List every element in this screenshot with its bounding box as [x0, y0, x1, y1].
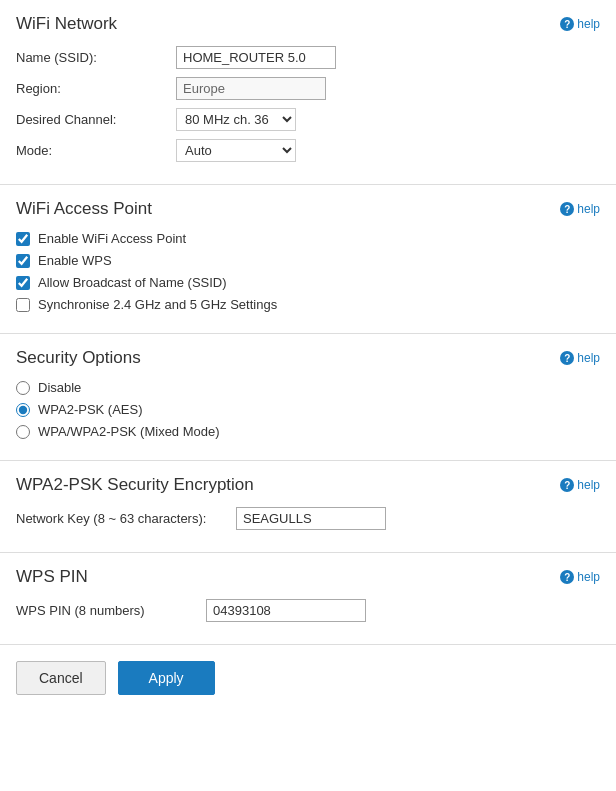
wifi-network-title: WiFi Network: [16, 14, 117, 34]
allow-broadcast-row: Allow Broadcast of Name (SSID): [16, 275, 600, 290]
wifi-access-point-section: WiFi Access Point ? help Enable WiFi Acc…: [0, 185, 616, 334]
wifi-access-point-help[interactable]: ? help: [560, 202, 600, 216]
security-options-section: Security Options ? help Disable WPA2-PSK…: [0, 334, 616, 461]
footer: Cancel Apply: [0, 645, 616, 711]
wpa2-label: WPA2-PSK (AES): [38, 402, 143, 417]
region-input[interactable]: [176, 77, 326, 100]
allow-broadcast-label: Allow Broadcast of Name (SSID): [38, 275, 227, 290]
help-icon-wps: ?: [560, 570, 574, 584]
channel-row: Desired Channel: 80 MHz ch. 36 40 MHz ch…: [16, 108, 600, 131]
channel-select[interactable]: 80 MHz ch. 36 40 MHz ch. 36 20 MHz ch. 3…: [176, 108, 296, 131]
cancel-button[interactable]: Cancel: [16, 661, 106, 695]
channel-label: Desired Channel:: [16, 112, 176, 127]
wps-pin-title: WPS PIN: [16, 567, 88, 587]
apply-button[interactable]: Apply: [118, 661, 215, 695]
enable-wps-row: Enable WPS: [16, 253, 600, 268]
help-icon-wpa2: ?: [560, 478, 574, 492]
mixed-mode-radio[interactable]: [16, 425, 30, 439]
mode-label: Mode:: [16, 143, 176, 158]
help-icon-ap: ?: [560, 202, 574, 216]
synchronise-row: Synchronise 2.4 GHz and 5 GHz Settings: [16, 297, 600, 312]
wps-pin-input[interactable]: [206, 599, 366, 622]
network-key-input[interactable]: [236, 507, 386, 530]
wps-pin-label: WPS PIN (8 numbers): [16, 603, 206, 618]
mode-select[interactable]: Auto b/g n: [176, 139, 296, 162]
name-row: Name (SSID):: [16, 46, 600, 69]
wifi-network-section: WiFi Network ? help Name (SSID): Region:…: [0, 0, 616, 185]
help-icon-sec: ?: [560, 351, 574, 365]
synchronise-checkbox[interactable]: [16, 298, 30, 312]
enable-wifi-ap-checkbox[interactable]: [16, 232, 30, 246]
help-icon: ?: [560, 17, 574, 31]
enable-wps-checkbox[interactable]: [16, 254, 30, 268]
name-label: Name (SSID):: [16, 50, 176, 65]
wpa2-security-title: WPA2-PSK Security Encryption: [16, 475, 254, 495]
wps-pin-help[interactable]: ? help: [560, 570, 600, 584]
region-row: Region:: [16, 77, 600, 100]
wpa2-radio[interactable]: [16, 403, 30, 417]
disable-label: Disable: [38, 380, 81, 395]
mixed-mode-label: WPA/WPA2-PSK (Mixed Mode): [38, 424, 220, 439]
ssid-input[interactable]: [176, 46, 336, 69]
enable-wifi-ap-label: Enable WiFi Access Point: [38, 231, 186, 246]
wps-pin-section: WPS PIN ? help WPS PIN (8 numbers): [0, 553, 616, 645]
disable-radio[interactable]: [16, 381, 30, 395]
enable-wps-label: Enable WPS: [38, 253, 112, 268]
security-options-title: Security Options: [16, 348, 141, 368]
mode-row: Mode: Auto b/g n: [16, 139, 600, 162]
mixed-mode-radio-row: WPA/WPA2-PSK (Mixed Mode): [16, 424, 600, 439]
wpa2-radio-row: WPA2-PSK (AES): [16, 402, 600, 417]
security-options-help[interactable]: ? help: [560, 351, 600, 365]
wpa2-security-section: WPA2-PSK Security Encryption ? help Netw…: [0, 461, 616, 553]
network-key-row: Network Key (8 ~ 63 characters):: [16, 507, 600, 530]
synchronise-label: Synchronise 2.4 GHz and 5 GHz Settings: [38, 297, 277, 312]
wifi-network-help[interactable]: ? help: [560, 17, 600, 31]
allow-broadcast-checkbox[interactable]: [16, 276, 30, 290]
wps-pin-row: WPS PIN (8 numbers): [16, 599, 600, 622]
wpa2-security-help[interactable]: ? help: [560, 478, 600, 492]
enable-wifi-ap-row: Enable WiFi Access Point: [16, 231, 600, 246]
region-label: Region:: [16, 81, 176, 96]
wifi-access-point-title: WiFi Access Point: [16, 199, 152, 219]
network-key-label: Network Key (8 ~ 63 characters):: [16, 511, 236, 526]
disable-radio-row: Disable: [16, 380, 600, 395]
